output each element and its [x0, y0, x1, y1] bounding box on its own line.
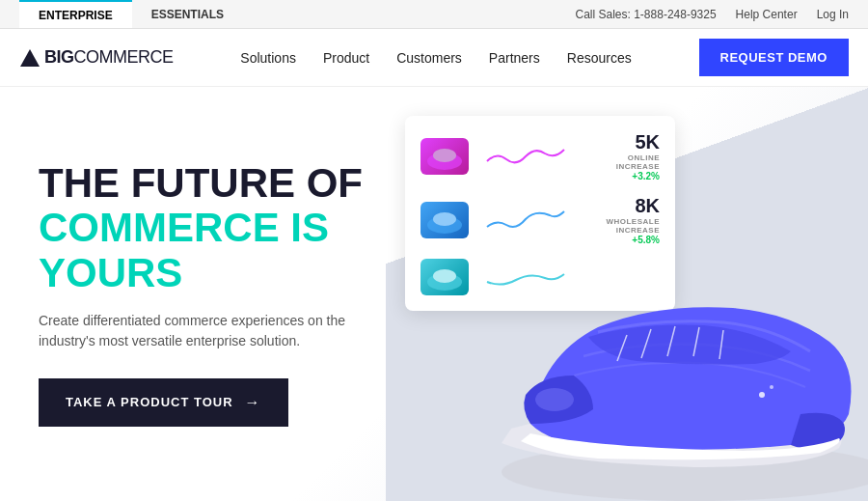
- phone-number: Call Sales: 1-888-248-9325: [576, 8, 717, 21]
- top-bar-tabs: ENTERPRISE ESSENTIALS: [19, 0, 243, 28]
- help-center-link[interactable]: Help Center: [736, 8, 798, 21]
- svg-point-2: [433, 149, 456, 162]
- svg-point-15: [535, 388, 574, 411]
- nav-item-solutions[interactable]: Solutions: [240, 49, 296, 67]
- main-nav: BIGCOMMERCE Solutions Product Customers …: [0, 29, 868, 87]
- arrow-icon: →: [245, 394, 261, 411]
- nav-item-partners[interactable]: Partners: [489, 49, 540, 67]
- tab-enterprise[interactable]: ENTERPRISE: [19, 0, 132, 28]
- hero-title: THE FUTURE OF COMMERCE IS YOURS: [39, 161, 424, 295]
- nav-item-customers[interactable]: Customers: [396, 49, 462, 67]
- stat-number-online: 5K: [583, 131, 660, 153]
- product-tour-button[interactable]: TAKE A PRODUCT TOUR →: [39, 378, 288, 427]
- svg-marker-0: [20, 49, 40, 67]
- svg-point-13: [759, 392, 765, 398]
- logo-icon: [19, 47, 41, 69]
- hero-content: THE FUTURE OF COMMERCE IS YOURS Create d…: [0, 123, 463, 465]
- shoe-svg: [405, 163, 868, 501]
- top-bar-right: Call Sales: 1-888-248-9325 Help Center L…: [576, 8, 850, 21]
- logo[interactable]: BIGCOMMERCE: [19, 47, 174, 69]
- top-bar: ENTERPRISE ESSENTIALS Call Sales: 1-888-…: [0, 0, 868, 29]
- login-link[interactable]: Log In: [817, 8, 849, 21]
- logo-text: BIGCOMMERCE: [44, 47, 174, 68]
- hero-subtitle: Create differentiated commerce experienc…: [39, 311, 366, 351]
- hero-section: THE FUTURE OF COMMERCE IS YOURS Create d…: [0, 87, 868, 501]
- tab-essentials[interactable]: ESSENTIALS: [132, 0, 243, 28]
- shoe-illustration: [405, 163, 868, 501]
- svg-point-14: [770, 385, 773, 389]
- nav-item-product[interactable]: Product: [323, 49, 369, 67]
- nav-links: Solutions Product Customers Partners Res…: [240, 49, 631, 67]
- nav-item-resources[interactable]: Resources: [567, 49, 632, 67]
- request-demo-button[interactable]: REQUEST DEMO: [699, 39, 849, 76]
